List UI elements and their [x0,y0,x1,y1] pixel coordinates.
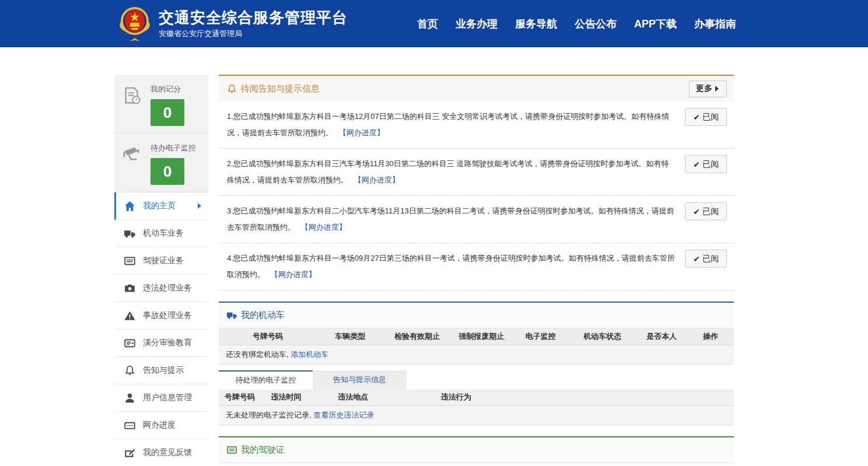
more-label: 更多 [696,83,712,94]
police-badge-logo [118,5,152,43]
sidebar: 我的记分 0 待办电子监控 0 我的主页 机动车业务 [114,75,208,466]
more-button[interactable]: 更多 [689,80,727,97]
notice-item: 3.您已成功预约蚌埠新东方科目二小型汽车考场11月13日第二场的科目二考试，请携… [219,196,734,243]
column-header: 强制报废期止 [450,328,512,345]
notice-item: 1.您已成功预约蚌埠新东方科目一考场12月07日第二场的科目三 安全文明常识考试… [219,101,734,149]
column-header: 号牌号码 [219,328,317,345]
nav-item-announcements[interactable]: 公告公布 [575,17,617,31]
truck-icon [124,228,135,239]
top-nav: 首页 业务办理 服务导航 公告公布 APP下载 办事指南 [417,17,736,31]
column-header: 驾驶证状态 [605,463,677,466]
feedback-icon [124,447,135,458]
arrow-right-icon [198,203,201,209]
check-icon: ✔ [693,113,700,122]
list-icon [124,338,135,349]
sidebar-item-my-home[interactable]: 我的主页 [114,192,208,220]
sidebar-item-user-info[interactable]: 用户信息管理 [114,384,208,412]
stat-label: 待办电子监控 [150,143,196,153]
sidebar-item-education[interactable]: 满分审验教育 [114,330,208,357]
bell-icon [227,84,237,94]
stat-pending-monitor: 待办电子监控 0 [114,134,208,192]
column-header: 驾驶证有效期止 [363,463,430,466]
notice-item: 4.您已成功预约蚌埠新东方科目一考场09月27日第三场的科目一考试，请携带身份证… [219,243,734,290]
notice-text: 3.您已成功预约蚌埠新东方科目二小型汽车考场11月13日第二场的科目二考试，请携… [227,206,674,232]
check-icon: ✔ [693,207,700,216]
table-row: 还没有绑定机动车, 添加机动车 [219,345,734,364]
sidebar-item-online-progress[interactable]: 网办进度 [114,412,208,439]
sidebar-item-vehicle-business[interactable]: 机动车业务 [114,220,208,247]
column-header: 机动车状态 [569,328,636,345]
stat-value: 0 [150,99,184,126]
truck-icon [227,310,237,320]
mark-read-button[interactable]: ✔ 已阅 [685,202,727,220]
nav-item-business[interactable]: 业务办理 [456,17,498,31]
menu-label: 机动车业务 [143,228,184,239]
read-label: 已阅 [702,254,719,264]
home-icon [124,201,135,212]
read-label: 已阅 [702,206,719,217]
notices-title: 待阅告知与提示信息 [241,83,320,94]
app-subtitle: 安徽省公安厅交通管理局 [159,29,348,39]
app-header: 交通安全综合服务管理平台 安徽省公安厅交通管理局 首页 业务办理 服务导航 公告… [0,0,868,47]
sidebar-item-license-business[interactable]: 驾驶证业务 [114,247,208,275]
mark-read-button[interactable]: ✔ 已阅 [685,250,727,268]
sidebar-item-feedback[interactable]: 我的意见反馈 [114,439,208,466]
license-header: 我的驾驶证 [219,437,734,463]
nav-item-handbook[interactable]: 办事指南 [694,17,736,31]
column-header: 是否本人 [636,328,687,345]
column-header: 违法时间 [265,390,332,406]
brand-block: 交通安全综合服务管理平台 安徽省公安厅交通管理局 [159,9,348,39]
online-progress-link[interactable]: 【网办进度】 [339,128,384,137]
vehicles-header: 我的机动车 [219,303,734,328]
sidebar-item-notifications[interactable]: 告知与提示 [114,357,208,384]
online-progress-link[interactable]: 【网办进度】 [354,176,400,184]
stat-value: 0 [150,158,184,185]
read-label: 已阅 [702,112,719,122]
online-progress-link[interactable]: 【网办进度】 [301,223,346,232]
vehicles-empty-text: 还没有绑定机动车, [226,350,289,359]
tab-notice-info[interactable]: 告知与提示信息 [313,370,407,390]
menu-label: 告知与提示 [143,365,184,376]
mark-read-button[interactable]: ✔ 已阅 [685,155,727,173]
column-header: 累积记分 [543,463,605,466]
sidebar-item-accident-business[interactable]: 事故处理业务 [114,302,208,330]
column-header: 驾驶证号码 [219,463,286,466]
column-header: 体检日期 [492,463,543,466]
column-header: 车辆类型 [317,328,384,345]
nav-item-service-guide[interactable]: 服务导航 [515,17,557,31]
camera-icon [124,283,135,294]
read-label: 已阅 [702,159,719,170]
notice-text: 2.您已成功预约蚌埠新东方科目三汽车考场11月30日第二场的科目三 道路驾驶技能… [227,159,668,184]
chevron-right-icon [714,85,720,92]
menu-label: 网办进度 [143,420,176,430]
add-vehicle-link[interactable]: 添加机动车 [290,350,328,359]
license-panel: 我的驾驶证 驾驶证号码 审验有效期止 驾驶证有效期止 下一清分日期 体检日期 累… [219,436,734,466]
menu-label: 违法处理业务 [143,283,192,293]
vehicles-panel: 我的机动车 号牌号码 车辆类型 检验有效期止 强制报废期止 电子监控 机动车状态… [219,302,734,365]
progress-icon [124,420,135,431]
notice-item: 2.您已成功预约蚌埠新东方科目三汽车考场11月30日第二场的科目三 道路驾驶技能… [219,149,734,196]
check-icon: ✔ [693,160,700,169]
nav-item-app-download[interactable]: APP下载 [634,17,677,31]
online-progress-link[interactable]: 【网办进度】 [271,270,316,279]
score-document-icon [123,86,146,127]
notices-panel: 待阅告知与提示信息 更多 1.您已成功预约蚌埠新东方科目一考场12月07日第二场… [219,75,734,290]
id-card-icon [227,445,237,455]
sidebar-item-violation-business[interactable]: 违法处理业务 [114,275,208,302]
main-content: 待阅告知与提示信息 更多 1.您已成功预约蚌埠新东方科目一考场12月07日第二场… [219,75,734,466]
license-table: 驾驶证号码 审验有效期止 驾驶证有效期止 下一清分日期 体检日期 累积记分 驾驶… [219,463,734,466]
menu-label: 事故处理业务 [143,310,192,321]
column-header: 电子监控 [512,328,569,345]
warning-icon [124,310,135,321]
menu-label: 驾驶证业务 [143,255,184,266]
notices-header: 待阅告知与提示信息 更多 [219,76,734,101]
menu-label: 用户信息管理 [143,393,192,403]
tab-pending-monitor[interactable]: 待处理的电子监控 [219,370,313,390]
column-header: 操作 [687,328,734,345]
history-violations-link[interactable]: 查看历史违法记录 [313,411,374,419]
sidebar-menu: 我的主页 机动车业务 驾驶证业务 违法处理业务 事故处理业务 满分审验教 [114,192,208,466]
nav-item-home[interactable]: 首页 [417,17,438,31]
column-header: 号牌号码 [219,390,265,406]
mark-read-button[interactable]: ✔ 已阅 [685,108,727,126]
monitor-panel: 待处理的电子监控 告知与提示信息 号牌号码 违法时间 违法地点 违法行为 无未处… [219,370,734,426]
